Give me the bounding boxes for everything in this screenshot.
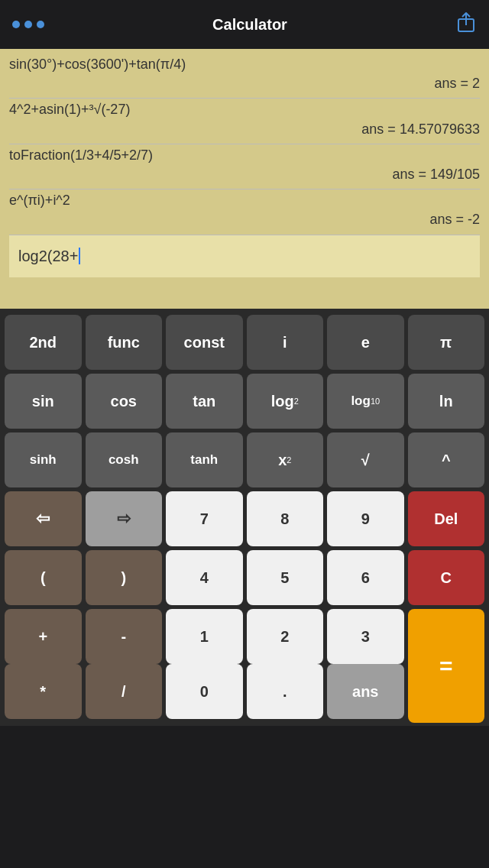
- result-3: ans = 149/105: [9, 165, 480, 184]
- calc-entry-1: sin(30°)+cos(3600')+tan(π/4) ans = 2: [9, 55, 480, 93]
- header-dots[interactable]: [12, 21, 44, 28]
- dot-3: [37, 21, 44, 28]
- key-sinh[interactable]: sinh: [5, 432, 82, 487]
- key-1[interactable]: 1: [166, 609, 243, 664]
- key-3[interactable]: 3: [327, 609, 404, 664]
- header: Calculator: [0, 0, 489, 49]
- key-tan[interactable]: tan: [166, 374, 243, 429]
- calc-entry-2: 4^2+asin(1)+³√(-27) ans = 14.57079633: [9, 100, 480, 138]
- current-input-text: log2(28+: [18, 248, 78, 265]
- key-2nd[interactable]: 2nd: [5, 315, 82, 370]
- expression-4: e^(πi)+i^2: [9, 191, 480, 210]
- dot-1: [12, 21, 20, 28]
- key-row-1: 2nd func const i e π: [5, 315, 484, 370]
- calc-entry-3: toFraction(1/3+4/5+2/7) ans = 149/105: [9, 146, 480, 184]
- key-del[interactable]: Del: [408, 491, 485, 546]
- key-8[interactable]: 8: [247, 491, 324, 546]
- key-lparen[interactable]: (: [5, 550, 82, 605]
- key-clear[interactable]: C: [408, 550, 485, 605]
- key-multiply[interactable]: *: [5, 664, 82, 719]
- key-sqrt[interactable]: √: [327, 432, 404, 487]
- calc-entry-4: e^(πi)+i^2 ans = -2: [9, 191, 480, 229]
- key-i[interactable]: i: [247, 315, 324, 370]
- key-log2[interactable]: log2: [247, 374, 324, 429]
- key-sin[interactable]: sin: [5, 374, 82, 429]
- display-area: sin(30°)+cos(3600')+tan(π/4) ans = 2 4^2…: [0, 49, 489, 309]
- key-const[interactable]: const: [166, 315, 243, 370]
- key-row-4: ⇦ ⇨ 7 8 9 Del: [5, 491, 484, 546]
- expression-2: 4^2+asin(1)+³√(-27): [9, 100, 480, 119]
- result-4: ans = -2: [9, 210, 480, 229]
- input-line[interactable]: log2(28+: [9, 235, 480, 277]
- key-xsquared[interactable]: x2: [247, 432, 324, 487]
- key-minus[interactable]: -: [86, 609, 163, 664]
- expression-1: sin(30°)+cos(3600')+tan(π/4): [9, 55, 480, 74]
- key-0[interactable]: 0: [166, 664, 243, 719]
- key-2[interactable]: 2: [247, 609, 324, 664]
- key-divide[interactable]: /: [86, 664, 163, 719]
- key-caret[interactable]: ^: [408, 432, 485, 487]
- key-tanh[interactable]: tanh: [166, 432, 243, 487]
- result-1: ans = 2: [9, 74, 480, 93]
- key-4[interactable]: 4: [166, 550, 243, 605]
- key-9[interactable]: 9: [327, 491, 404, 546]
- key-plus[interactable]: +: [5, 609, 82, 664]
- key-5[interactable]: 5: [247, 550, 324, 605]
- key-6[interactable]: 6: [327, 550, 404, 605]
- dot-2: [24, 21, 32, 28]
- key-equals-span[interactable]: =: [408, 609, 485, 723]
- key-ln[interactable]: ln: [408, 374, 485, 429]
- share-icon[interactable]: [455, 11, 477, 37]
- key-rparen[interactable]: ): [86, 550, 163, 605]
- key-right-arrow[interactable]: ⇨: [86, 491, 163, 546]
- key-row-3: sinh cosh tanh x2 √ ^: [5, 432, 484, 487]
- keyboard: 2nd func const i e π sin cos tan log2 lo…: [0, 309, 489, 726]
- key-pi[interactable]: π: [408, 315, 485, 370]
- key-left-arrow[interactable]: ⇦: [5, 491, 82, 546]
- app-title: Calculator: [212, 16, 287, 34]
- text-cursor: [79, 248, 80, 264]
- result-2: ans = 14.57079633: [9, 120, 480, 139]
- key-row-2: sin cos tan log2 log10 ln: [5, 374, 484, 429]
- key-cosh[interactable]: cosh: [86, 432, 163, 487]
- expression-3: toFraction(1/3+4/5+2/7): [9, 146, 480, 165]
- key-7[interactable]: 7: [166, 491, 243, 546]
- key-cos[interactable]: cos: [86, 374, 163, 429]
- key-log10[interactable]: log10: [327, 374, 404, 429]
- key-ans[interactable]: ans: [327, 664, 404, 719]
- key-e[interactable]: e: [327, 315, 404, 370]
- key-row-5: ( ) 4 5 6 C: [5, 550, 484, 605]
- key-dot[interactable]: .: [247, 664, 324, 719]
- key-func[interactable]: func: [86, 315, 163, 370]
